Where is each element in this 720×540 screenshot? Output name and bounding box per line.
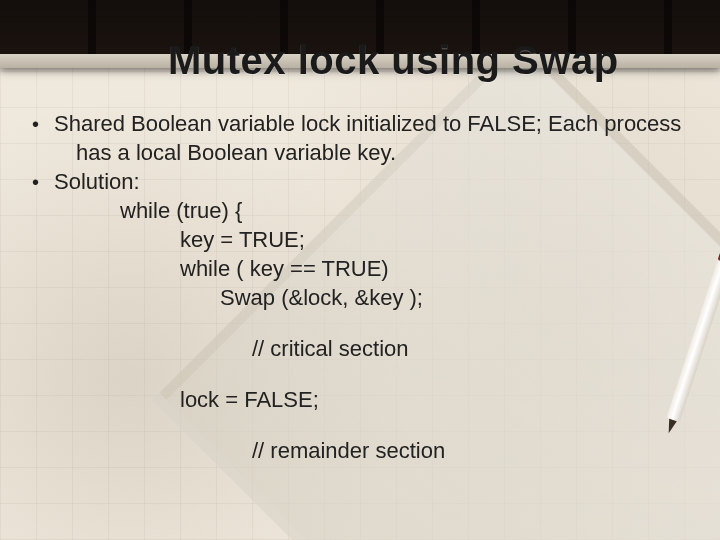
code-line: while ( key == TRUE)	[28, 254, 692, 283]
bullet-dot-icon	[28, 167, 54, 196]
slide-title: Mutex lock using Swap	[168, 38, 692, 83]
bullet-continuation: has a local Boolean variable key.	[28, 138, 692, 167]
bullet-text: Shared Boolean variable lock initialized…	[54, 109, 692, 138]
code-line: Swap (&lock, &key );	[28, 283, 692, 312]
code-comment: // remainder section	[28, 436, 692, 465]
code-line: while (true) {	[28, 196, 692, 225]
bullet-text: Solution:	[54, 167, 692, 196]
code-line: key = TRUE;	[28, 225, 692, 254]
code-line: lock = FALSE;	[28, 385, 692, 414]
bullet-item: Solution:	[28, 167, 692, 196]
bullet-dot-icon	[28, 109, 54, 138]
slide-content-area: Mutex lock using Swap Shared Boolean var…	[0, 0, 720, 540]
slide-body: Shared Boolean variable lock initialized…	[28, 109, 692, 465]
code-comment: // critical section	[28, 334, 692, 363]
bullet-item: Shared Boolean variable lock initialized…	[28, 109, 692, 138]
